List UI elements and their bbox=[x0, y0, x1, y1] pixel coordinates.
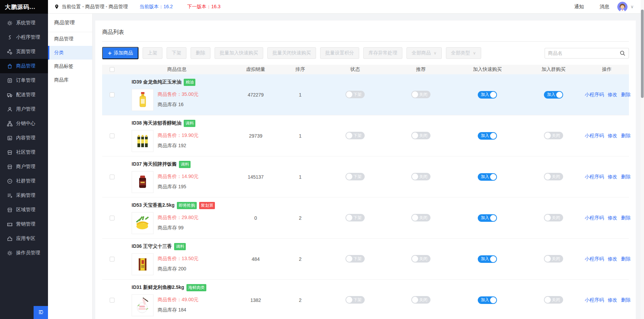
action-link-delete[interactable]: 删除 bbox=[621, 256, 631, 262]
action-link-delete[interactable]: 删除 bbox=[621, 133, 631, 139]
row-checkbox[interactable] bbox=[110, 257, 114, 261]
action-link-miniprogram-code[interactable]: 小程序码 bbox=[585, 215, 604, 221]
row-checkbox[interactable] bbox=[110, 92, 114, 97]
toolbar-filter-dropdown-2[interactable]: 全部类型∨ bbox=[446, 47, 481, 59]
sidebar-item-3[interactable]: 页面管理 bbox=[0, 44, 48, 59]
quick-buy-toggle[interactable]: 加入 bbox=[478, 91, 497, 99]
sidebar-item-10[interactable]: 社区管理 bbox=[0, 145, 48, 160]
sidebar-item-13[interactable]: 采购管理 bbox=[0, 188, 48, 203]
action-link-edit[interactable]: 修改 bbox=[608, 174, 617, 180]
recommend-toggle[interactable]: 关闭 bbox=[411, 173, 430, 180]
product-image[interactable] bbox=[132, 130, 154, 152]
add-product-button[interactable]: 添加商品 bbox=[102, 47, 138, 59]
sidebar-item-5[interactable]: 订单管理 bbox=[0, 73, 48, 88]
action-link-miniprogram-code[interactable]: 小程序码 bbox=[585, 92, 604, 98]
product-image[interactable] bbox=[132, 171, 154, 193]
sidebar-item-7[interactable]: 用户管理 bbox=[0, 102, 48, 116]
action-link-edit[interactable]: 修改 bbox=[608, 92, 617, 98]
sidebar-item-14[interactable]: 区域管理 bbox=[0, 203, 48, 217]
product-image[interactable] bbox=[132, 253, 154, 275]
quick-buy-toggle[interactable]: 加入 bbox=[478, 214, 497, 222]
toolbar-action-button-3[interactable]: 删除 bbox=[191, 47, 210, 59]
sidebar-item-label: 系统管理 bbox=[16, 20, 35, 26]
toolbar-action-button-7[interactable]: 库存异常处理 bbox=[363, 47, 402, 59]
submenu-item-2[interactable]: 分类 bbox=[48, 46, 92, 60]
toolbar-action-button-2[interactable]: 下架 bbox=[167, 47, 186, 59]
sidebar-item-15[interactable]: 营销管理 bbox=[0, 217, 48, 231]
row-checkbox[interactable] bbox=[110, 216, 114, 220]
group-buy-toggle[interactable]: 关闭 bbox=[544, 214, 563, 221]
sidebar-item-17[interactable]: 操作员管理 bbox=[0, 246, 48, 260]
sidebar-item-11[interactable]: 商户管理 bbox=[0, 160, 48, 174]
sidebar-item-1[interactable]: 系统管理 bbox=[0, 16, 48, 30]
quick-buy-toggle[interactable]: 加入 bbox=[478, 132, 497, 140]
toolbar-action-button-6[interactable]: 批量设置积分 bbox=[320, 47, 359, 59]
sidebar-item-6[interactable]: 配送管理 bbox=[0, 88, 48, 102]
message-link[interactable]: 消息 bbox=[599, 4, 609, 10]
recommend-toggle[interactable]: 关闭 bbox=[411, 255, 430, 263]
submenu-item-3[interactable]: 商品标签 bbox=[48, 60, 92, 73]
action-link-delete[interactable]: 删除 bbox=[621, 297, 631, 303]
action-link-edit[interactable]: 修改 bbox=[608, 133, 617, 139]
page-scrollbar[interactable] bbox=[641, 0, 644, 319]
sidebar-item-4[interactable]: 商品管理 bbox=[0, 59, 48, 73]
user-avatar[interactable] bbox=[617, 2, 628, 12]
main-sidebar: 大鹏源码... 系统管理小程序管理页面管理商品管理订单管理配送管理用户管理分销中… bbox=[0, 0, 48, 319]
sidebar-item-16[interactable]: 应用专区 bbox=[0, 231, 48, 246]
recommend-toggle[interactable]: 关闭 bbox=[411, 296, 430, 304]
group-buy-toggle[interactable]: 关闭 bbox=[544, 173, 563, 180]
sidebar-item-9[interactable]: 内容管理 bbox=[0, 131, 48, 145]
sidebar-item-8[interactable]: 分销中心 bbox=[0, 116, 48, 131]
sidebar-item-12[interactable]: 社群管理 bbox=[0, 174, 48, 188]
toolbar-filter-dropdown-1[interactable]: 全部商品∨ bbox=[406, 47, 442, 59]
select-all-checkbox[interactable] bbox=[110, 67, 114, 72]
group-buy-toggle[interactable]: 关闭 bbox=[544, 255, 563, 263]
chevron-down-icon[interactable]: ∨ bbox=[630, 4, 634, 9]
recommend-toggle[interactable]: 关闭 bbox=[411, 132, 430, 139]
action-link-miniprogram-code[interactable]: 小程序码 bbox=[585, 174, 604, 180]
action-link-delete[interactable]: 删除 bbox=[621, 174, 631, 180]
group-buy-toggle[interactable]: 关闭 bbox=[544, 296, 563, 304]
group-buy-toggle[interactable]: 关闭 bbox=[544, 132, 563, 139]
recommend-toggle[interactable]: 关闭 bbox=[411, 91, 430, 98]
recommend-toggle[interactable]: 关闭 bbox=[411, 214, 430, 221]
action-link-delete[interactable]: 删除 bbox=[621, 92, 631, 98]
product-image[interactable] bbox=[132, 212, 154, 234]
action-link-miniprogram-code[interactable]: 小程序码 bbox=[585, 256, 604, 262]
search-icon[interactable] bbox=[620, 50, 625, 56]
status-toggle[interactable]: 下架 bbox=[345, 91, 365, 98]
submenu-item-1[interactable]: 商品管理 bbox=[48, 32, 92, 46]
row-checkbox[interactable] bbox=[110, 133, 114, 138]
quick-buy-toggle[interactable]: 加入 bbox=[478, 173, 497, 181]
quick-buy-toggle[interactable]: 加入 bbox=[478, 255, 497, 263]
action-link-edit[interactable]: 修改 bbox=[608, 297, 617, 303]
action-link-miniprogram-code[interactable]: 小程序码 bbox=[585, 297, 604, 303]
product-id: ID31 bbox=[132, 284, 142, 290]
group-buy-toggle[interactable]: 加入 bbox=[544, 91, 563, 99]
sidebar-collapse-button[interactable] bbox=[34, 306, 48, 319]
action-link-edit[interactable]: 修改 bbox=[608, 256, 617, 262]
stock-value: 192 bbox=[177, 143, 186, 148]
product-image[interactable] bbox=[132, 89, 154, 111]
row-checkbox[interactable] bbox=[110, 175, 114, 179]
status-toggle[interactable]: 下架 bbox=[345, 214, 365, 221]
search-input[interactable] bbox=[548, 50, 620, 56]
action-link-miniprogram-code[interactable]: 小程序码 bbox=[585, 133, 604, 139]
stock-label: 商品库存 bbox=[158, 266, 177, 271]
scrollbar-thumb[interactable] bbox=[641, 10, 644, 98]
status-toggle[interactable]: 下架 bbox=[345, 173, 365, 180]
sidebar-item-2[interactable]: 小程序管理 bbox=[0, 30, 48, 44]
notice-link[interactable]: 通知 bbox=[574, 4, 584, 10]
product-image[interactable] bbox=[132, 294, 154, 316]
toolbar-action-button-1[interactable]: 上架 bbox=[143, 47, 162, 59]
quick-buy-toggle[interactable]: 加入 bbox=[478, 296, 497, 304]
status-toggle[interactable]: 下架 bbox=[345, 296, 365, 304]
status-toggle[interactable]: 下架 bbox=[345, 255, 365, 263]
status-toggle[interactable]: 下架 bbox=[345, 132, 365, 139]
row-checkbox[interactable] bbox=[110, 298, 114, 303]
toolbar-action-button-4[interactable]: 批量加入快速购买 bbox=[215, 47, 263, 59]
action-link-edit[interactable]: 修改 bbox=[608, 215, 617, 221]
submenu-item-4[interactable]: 商品库 bbox=[48, 73, 92, 87]
action-link-delete[interactable]: 删除 bbox=[621, 215, 631, 221]
toolbar-action-button-5[interactable]: 批量关闭快速购买 bbox=[267, 47, 316, 59]
